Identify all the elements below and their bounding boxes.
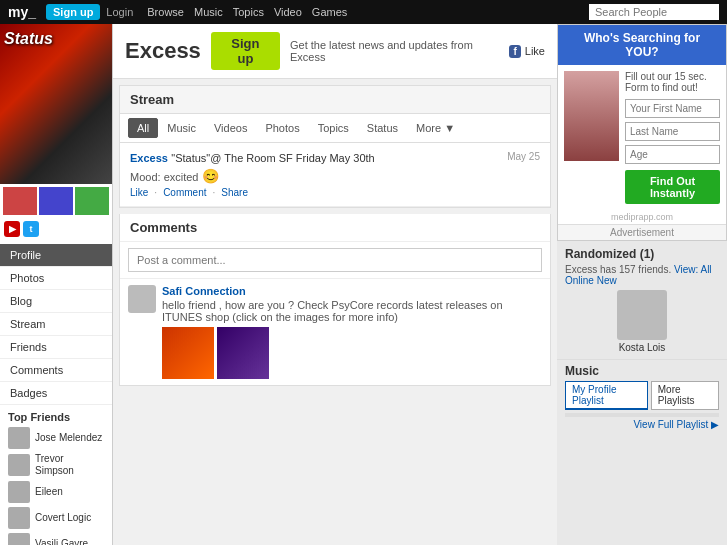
age-input[interactable] (625, 145, 720, 164)
avatar (8, 454, 30, 476)
tab-topics[interactable]: Topics (309, 118, 358, 138)
randomized-title: Randomized (1) (565, 247, 719, 261)
avatar (128, 285, 156, 313)
avatar (8, 533, 30, 545)
signup-button[interactable]: Sign up (211, 32, 280, 70)
list-item[interactable]: Eileen (8, 481, 104, 503)
friend-name: Jose Melendez (35, 432, 102, 444)
ad-form: Fill out our 15 sec. Form to find out! F… (625, 71, 720, 204)
nav-browse[interactable]: Browse (147, 6, 184, 18)
like-action[interactable]: Like (130, 187, 148, 198)
avatar (8, 481, 30, 503)
right-sidebar: Who's Searching for YOU? Fill out our 15… (557, 24, 727, 545)
page-title: Excess (125, 38, 201, 64)
comment-action[interactable]: Comment (163, 187, 206, 198)
dot-separator: · (213, 187, 216, 198)
stream-title: Stream (130, 92, 174, 107)
last-name-input[interactable] (625, 122, 720, 141)
tab-my-profile-playlist[interactable]: My Profile Playlist (565, 381, 648, 410)
sidebar-item-photos[interactable]: Photos (0, 267, 112, 290)
share-action[interactable]: Share (221, 187, 248, 198)
tab-videos[interactable]: Videos (205, 118, 256, 138)
sidebar-item-stream[interactable]: Stream (0, 313, 112, 336)
topnav-signup-button[interactable]: Sign up (46, 4, 100, 20)
random-friend-name[interactable]: Kosta Lois (619, 342, 666, 353)
facebook-like-button[interactable]: f Like (509, 45, 545, 58)
music-title: Music (565, 364, 719, 378)
comments-section: Comments Safi Connection hello friend , … (119, 214, 551, 386)
tab-more-playlists[interactable]: More Playlists (651, 381, 719, 410)
page-subtitle: Get the latest news and updates from Exc… (290, 39, 499, 63)
avatar[interactable] (617, 290, 667, 340)
tab-music[interactable]: Music (158, 118, 205, 138)
randomized-section: Randomized (1) Excess has 157 friends. V… (557, 241, 727, 359)
avatar (8, 507, 30, 529)
stream-post: May 25 Excess "Status"@ The Room SF Frid… (120, 143, 550, 207)
social-icons: ▶ t (0, 218, 112, 240)
randomized-desc: Excess has 157 friends. View: All Online… (565, 264, 719, 286)
top-friends-title: Top Friends (8, 411, 104, 423)
page-header: Excess Sign up Get the latest news and u… (113, 24, 557, 79)
comment-text: hello friend , how are you ? Check PsyCo… (162, 299, 542, 323)
nav-video[interactable]: Video (274, 6, 302, 18)
stream-actions: Like · Comment · Share (130, 187, 540, 198)
nav-games[interactable]: Games (312, 6, 347, 18)
list-item[interactable]: Jose Melendez (8, 427, 104, 449)
tab-more[interactable]: More ▼ (407, 118, 464, 138)
stream-header: Stream (120, 86, 550, 114)
small-image-3[interactable] (75, 187, 109, 215)
music-section: Music My Profile Playlist More Playlists… (557, 359, 727, 436)
ad-description: Fill out our 15 sec. Form to find out! (625, 71, 720, 93)
youtube-icon[interactable]: ▶ (4, 221, 20, 237)
tab-status[interactable]: Status (358, 118, 407, 138)
list-item: Safi Connection hello friend , how are y… (120, 278, 550, 385)
sidebar-item-badges[interactable]: Badges (0, 382, 112, 405)
ad-box: Who's Searching for YOU? Fill out our 15… (557, 24, 727, 241)
facebook-icon: f (509, 45, 520, 58)
left-sidebar: Status ▶ t Profile Photos Blog Stream Fr… (0, 24, 113, 545)
sidebar-item-blog[interactable]: Blog (0, 290, 112, 313)
site-logo: my_ (8, 4, 36, 20)
stream-post-author[interactable]: Excess (130, 152, 168, 164)
small-image-2[interactable] (39, 187, 73, 215)
sidebar-item-comments[interactable]: Comments (0, 359, 112, 382)
search-input[interactable] (589, 4, 719, 20)
stream-tabs: All Music Videos Photos Topics Status Mo… (120, 114, 550, 143)
topnav-login-button[interactable]: Login (106, 6, 133, 18)
banner-image (0, 24, 113, 184)
ad-photo (564, 71, 619, 161)
sidebar-nav: Profile Photos Blog Stream Friends Comme… (0, 244, 112, 405)
sidebar-item-profile[interactable]: Profile (0, 244, 112, 267)
list-item[interactable]: Covert Logic (8, 507, 104, 529)
first-name-input[interactable] (625, 99, 720, 118)
stream-date: May 25 (507, 151, 540, 162)
view-full-playlist-link[interactable]: View Full Playlist ▶ (565, 417, 719, 432)
ad-footer: mediprapp.com (558, 210, 726, 224)
comments-header: Comments (120, 214, 550, 242)
top-navigation: my_ Sign up Login Browse Music Topics Vi… (0, 0, 727, 24)
small-image-1[interactable] (3, 187, 37, 215)
comment-image-2[interactable] (217, 327, 269, 379)
twitter-icon[interactable]: t (23, 221, 39, 237)
tab-photos[interactable]: Photos (256, 118, 308, 138)
tab-all[interactable]: All (128, 118, 158, 138)
like-label: Like (525, 45, 545, 57)
friend-name: Eileen (35, 486, 63, 498)
nav-music[interactable]: Music (194, 6, 223, 18)
nav-topics[interactable]: Topics (233, 6, 264, 18)
find-out-button[interactable]: Find Out Instantly (625, 170, 720, 204)
friend-name: Vasili Gayre (35, 538, 88, 545)
list-item[interactable]: Trevor Simpson (8, 453, 104, 477)
comment-image-1[interactable] (162, 327, 214, 379)
nav-links: Browse Music Topics Video Games (147, 6, 347, 18)
emoji-icon: 😊 (202, 168, 219, 184)
ad-label: Advertisement (558, 224, 726, 240)
comments-title: Comments (130, 220, 197, 235)
comment-author[interactable]: Safi Connection (162, 285, 542, 297)
ad-inner: Fill out our 15 sec. Form to find out! F… (558, 65, 726, 210)
comment-input[interactable] (128, 248, 542, 272)
sidebar-item-friends[interactable]: Friends (0, 336, 112, 359)
list-item[interactable]: Vasili Gayre (8, 533, 104, 545)
top-friends-section: Top Friends Jose Melendez Trevor Simpson… (0, 405, 112, 545)
avatar (8, 427, 30, 449)
